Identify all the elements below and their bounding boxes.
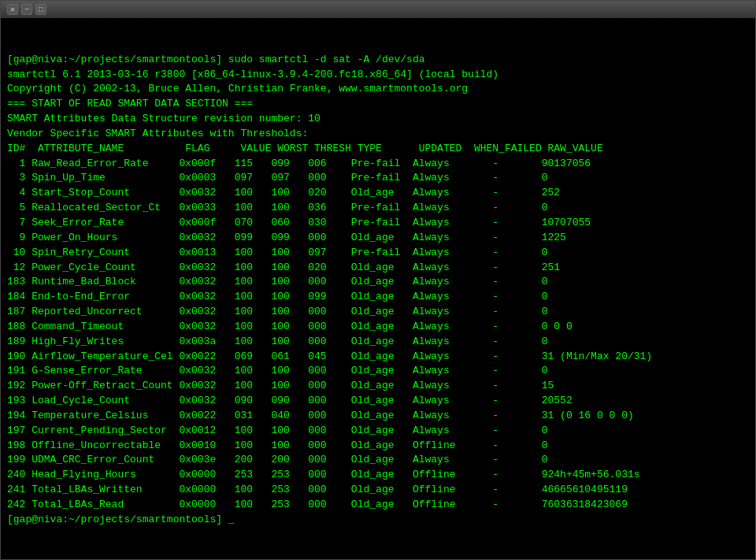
maximize-button[interactable]: □ (35, 4, 46, 15)
terminal-line: 199 UDMA_CRC_Error_Count 0x003e 200 200 … (7, 453, 749, 468)
terminal-line: 7 Seek_Error_Rate 0x000f 070 060 030 Pre… (7, 216, 749, 231)
terminal-line: 197 Current_Pending_Sector 0x0012 100 10… (7, 424, 749, 439)
terminal-line: [gap@niva:~/projects/smartmontools] _ (7, 513, 749, 528)
terminal-line: smartctl 6.1 2013-03-16 r3800 [x86_64-li… (7, 68, 749, 83)
titlebar: ✕ − □ (1, 1, 755, 18)
terminal-line: 240 Head_Flying_Hours 0x0000 253 253 000… (7, 468, 749, 483)
terminal-line: ID# ATTRIBUTE_NAME FLAG VALUE WORST THRE… (7, 142, 749, 157)
terminal-line: 183 Runtime_Bad_Block 0x0032 100 100 000… (7, 275, 749, 290)
terminal-line: 193 Load_Cycle_Count 0x0032 090 090 000 … (7, 394, 749, 409)
terminal-line: 5 Reallocated_Sector_Ct 0x0033 100 100 0… (7, 201, 749, 216)
terminal-line: 187 Reported_Uncorrect 0x0032 100 100 00… (7, 305, 749, 320)
terminal-line: 1 Raw_Read_Error_Rate 0x000f 115 099 006… (7, 157, 749, 172)
terminal-line: 194 Temperature_Celsius 0x0022 031 040 0… (7, 409, 749, 424)
terminal-line: 190 Airflow_Temperature_Cel 0x0022 069 0… (7, 350, 749, 365)
terminal-window: ✕ − □ [gap@niva:~/projects/smartmontools… (0, 0, 756, 560)
terminal-line: 9 Power_On_Hours 0x0032 099 099 000 Old_… (7, 231, 749, 246)
terminal-line: 241 Total_LBAs_Written 0x0000 100 253 00… (7, 483, 749, 498)
terminal-line: Copyright (C) 2002-13, Bruce Allen, Chri… (7, 82, 749, 97)
terminal-line: 198 Offline_Uncorrectable 0x0010 100 100… (7, 439, 749, 454)
terminal-line: 189 High_Fly_Writes 0x003a 100 100 000 O… (7, 335, 749, 350)
terminal-line: 4 Start_Stop_Count 0x0032 100 100 020 Ol… (7, 186, 749, 201)
terminal-line: 184 End-to-End_Error 0x0032 100 100 099 … (7, 290, 749, 305)
minimize-button[interactable]: − (21, 4, 32, 15)
terminal-line: 12 Power_Cycle_Count 0x0032 100 100 020 … (7, 261, 749, 276)
terminal-line: 192 Power-Off_Retract_Count 0x0032 100 1… (7, 379, 749, 394)
terminal-content[interactable]: [gap@niva:~/projects/smartmontools] sudo… (1, 18, 755, 559)
terminal-line: === START OF READ SMART DATA SECTION === (7, 97, 749, 112)
terminal-line: 3 Spin_Up_Time 0x0003 097 097 000 Pre-fa… (7, 171, 749, 186)
terminal-line: [gap@niva:~/projects/smartmontools] sudo… (7, 53, 749, 68)
terminal-line: 10 Spin_Retry_Count 0x0013 100 100 097 P… (7, 246, 749, 261)
terminal-line: SMART Attributes Data Structure revision… (7, 112, 749, 127)
terminal-line: 188 Command_Timeout 0x0032 100 100 000 O… (7, 320, 749, 335)
terminal-line: Vendor Specific SMART Attributes with Th… (7, 127, 749, 142)
terminal-line: 191 G-Sense_Error_Rate 0x0032 100 100 00… (7, 364, 749, 379)
close-button[interactable]: ✕ (7, 4, 18, 15)
terminal-line: 242 Total_LBAs_Read 0x0000 100 253 000 O… (7, 498, 749, 513)
